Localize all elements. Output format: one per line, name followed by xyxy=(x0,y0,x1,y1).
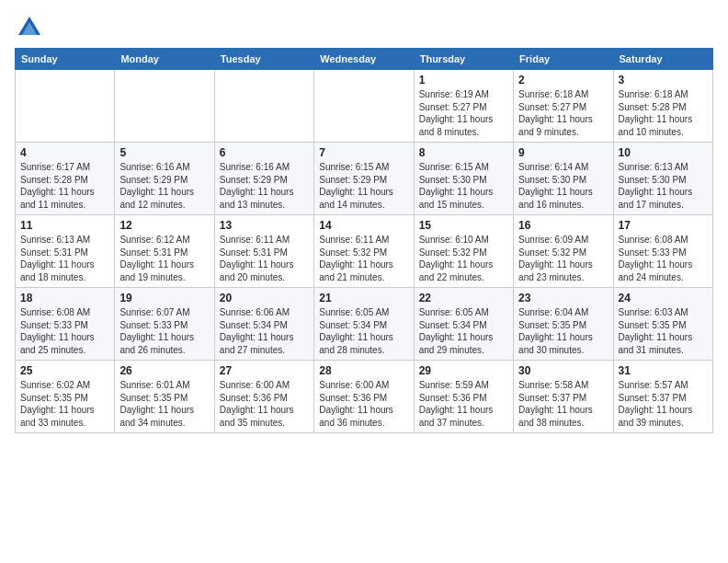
day-info: Sunrise: 6:10 AM Sunset: 5:32 PM Dayligh… xyxy=(419,234,508,283)
day-number: 8 xyxy=(419,146,508,159)
calendar-cell: 29Sunrise: 5:59 AM Sunset: 5:36 PM Dayli… xyxy=(414,361,513,433)
calendar-cell: 9Sunrise: 6:14 AM Sunset: 5:30 PM Daylig… xyxy=(514,143,613,215)
day-number: 13 xyxy=(220,219,309,232)
day-number: 19 xyxy=(119,292,209,304)
day-info: Sunrise: 6:18 AM Sunset: 5:27 PM Dayligh… xyxy=(518,88,608,138)
calendar-cell: 22Sunrise: 6:05 AM Sunset: 5:34 PM Dayli… xyxy=(414,288,513,361)
page: SundayMondayTuesdayWednesdayThursdayFrid… xyxy=(0,0,728,441)
day-number: 6 xyxy=(220,146,309,159)
day-number: 27 xyxy=(220,364,309,377)
day-info: Sunrise: 6:03 AM Sunset: 5:35 PM Dayligh… xyxy=(619,306,708,356)
calendar-cell: 1Sunrise: 6:19 AM Sunset: 5:27 PM Daylig… xyxy=(414,70,513,143)
day-info: Sunrise: 5:58 AM Sunset: 5:37 PM Dayligh… xyxy=(518,379,608,429)
calendar-cell: 17Sunrise: 6:08 AM Sunset: 5:33 PM Dayli… xyxy=(613,215,712,288)
weekday-header: SundayMondayTuesdayWednesdayThursdayFrid… xyxy=(16,49,713,70)
calendar-cell xyxy=(16,70,115,143)
weekday-header-cell: Wednesday xyxy=(314,49,414,70)
calendar-cell: 3Sunrise: 6:18 AM Sunset: 5:28 PM Daylig… xyxy=(613,70,712,143)
calendar-cell: 23Sunrise: 6:04 AM Sunset: 5:35 PM Dayli… xyxy=(514,288,613,361)
calendar-cell: 30Sunrise: 5:58 AM Sunset: 5:37 PM Dayli… xyxy=(514,361,613,433)
day-info: Sunrise: 6:00 AM Sunset: 5:36 PM Dayligh… xyxy=(220,379,309,429)
day-info: Sunrise: 6:04 AM Sunset: 5:35 PM Dayligh… xyxy=(518,306,608,356)
weekday-header-cell: Monday xyxy=(115,49,214,70)
day-info: Sunrise: 5:59 AM Sunset: 5:36 PM Dayligh… xyxy=(419,379,508,429)
day-info: Sunrise: 6:08 AM Sunset: 5:33 PM Dayligh… xyxy=(619,234,708,283)
day-info: Sunrise: 6:02 AM Sunset: 5:35 PM Dayligh… xyxy=(20,379,109,429)
day-info: Sunrise: 6:05 AM Sunset: 5:34 PM Dayligh… xyxy=(319,306,408,356)
day-number: 5 xyxy=(119,146,209,159)
calendar-table: SundayMondayTuesdayWednesdayThursdayFrid… xyxy=(15,48,713,433)
day-number: 14 xyxy=(319,219,408,232)
calendar-cell: 31Sunrise: 5:57 AM Sunset: 5:37 PM Dayli… xyxy=(613,361,712,433)
day-info: Sunrise: 6:01 AM Sunset: 5:35 PM Dayligh… xyxy=(119,379,209,429)
day-number: 17 xyxy=(619,219,708,232)
day-number: 4 xyxy=(20,146,109,159)
calendar-cell: 25Sunrise: 6:02 AM Sunset: 5:35 PM Dayli… xyxy=(16,361,115,433)
calendar-cell: 28Sunrise: 6:00 AM Sunset: 5:36 PM Dayli… xyxy=(314,361,414,433)
day-info: Sunrise: 5:57 AM Sunset: 5:37 PM Dayligh… xyxy=(619,379,708,429)
header xyxy=(15,15,713,40)
day-info: Sunrise: 6:18 AM Sunset: 5:28 PM Dayligh… xyxy=(619,88,708,138)
day-info: Sunrise: 6:14 AM Sunset: 5:30 PM Dayligh… xyxy=(518,161,608,211)
day-number: 16 xyxy=(518,219,608,232)
day-number: 11 xyxy=(20,219,109,232)
calendar-week-row: 18Sunrise: 6:08 AM Sunset: 5:33 PM Dayli… xyxy=(16,288,713,361)
calendar-cell: 6Sunrise: 6:16 AM Sunset: 5:29 PM Daylig… xyxy=(214,143,313,215)
day-info: Sunrise: 6:12 AM Sunset: 5:31 PM Dayligh… xyxy=(119,234,209,283)
day-number: 1 xyxy=(419,74,508,86)
calendar-cell: 12Sunrise: 6:12 AM Sunset: 5:31 PM Dayli… xyxy=(115,215,214,288)
logo-icon xyxy=(17,15,42,40)
day-info: Sunrise: 6:19 AM Sunset: 5:27 PM Dayligh… xyxy=(419,88,508,138)
calendar-cell: 24Sunrise: 6:03 AM Sunset: 5:35 PM Dayli… xyxy=(613,288,712,361)
day-number: 3 xyxy=(619,74,708,86)
logo-area xyxy=(15,15,42,40)
day-number: 26 xyxy=(119,364,209,377)
day-info: Sunrise: 6:08 AM Sunset: 5:33 PM Dayligh… xyxy=(20,306,109,356)
weekday-header-cell: Friday xyxy=(514,49,613,70)
day-number: 23 xyxy=(518,292,608,304)
calendar-cell: 8Sunrise: 6:15 AM Sunset: 5:30 PM Daylig… xyxy=(414,143,513,215)
calendar-cell: 14Sunrise: 6:11 AM Sunset: 5:32 PM Dayli… xyxy=(314,215,414,288)
calendar-cell: 10Sunrise: 6:13 AM Sunset: 5:30 PM Dayli… xyxy=(613,143,712,215)
calendar-cell: 19Sunrise: 6:07 AM Sunset: 5:33 PM Dayli… xyxy=(115,288,214,361)
day-number: 31 xyxy=(619,364,708,377)
calendar-body: 1Sunrise: 6:19 AM Sunset: 5:27 PM Daylig… xyxy=(16,70,713,433)
calendar-cell: 15Sunrise: 6:10 AM Sunset: 5:32 PM Dayli… xyxy=(414,215,513,288)
calendar-week-row: 4Sunrise: 6:17 AM Sunset: 5:28 PM Daylig… xyxy=(16,143,713,215)
day-number: 2 xyxy=(518,74,608,86)
day-number: 28 xyxy=(319,364,408,377)
day-info: Sunrise: 6:11 AM Sunset: 5:31 PM Dayligh… xyxy=(220,234,309,283)
day-info: Sunrise: 6:09 AM Sunset: 5:32 PM Dayligh… xyxy=(518,234,608,283)
calendar-cell: 16Sunrise: 6:09 AM Sunset: 5:32 PM Dayli… xyxy=(514,215,613,288)
day-info: Sunrise: 6:15 AM Sunset: 5:29 PM Dayligh… xyxy=(319,161,408,211)
calendar-cell: 27Sunrise: 6:00 AM Sunset: 5:36 PM Dayli… xyxy=(214,361,313,433)
day-number: 21 xyxy=(319,292,408,304)
day-number: 15 xyxy=(419,219,508,232)
day-info: Sunrise: 6:07 AM Sunset: 5:33 PM Dayligh… xyxy=(119,306,209,356)
calendar-cell: 7Sunrise: 6:15 AM Sunset: 5:29 PM Daylig… xyxy=(314,143,414,215)
day-info: Sunrise: 6:13 AM Sunset: 5:31 PM Dayligh… xyxy=(20,234,109,283)
calendar-cell: 18Sunrise: 6:08 AM Sunset: 5:33 PM Dayli… xyxy=(16,288,115,361)
day-info: Sunrise: 6:17 AM Sunset: 5:28 PM Dayligh… xyxy=(20,161,109,211)
day-info: Sunrise: 6:06 AM Sunset: 5:34 PM Dayligh… xyxy=(220,306,309,356)
day-info: Sunrise: 6:16 AM Sunset: 5:29 PM Dayligh… xyxy=(220,161,309,211)
calendar-cell: 21Sunrise: 6:05 AM Sunset: 5:34 PM Dayli… xyxy=(314,288,414,361)
day-number: 7 xyxy=(319,146,408,159)
day-number: 10 xyxy=(619,146,708,159)
weekday-header-cell: Thursday xyxy=(414,49,513,70)
calendar-cell: 11Sunrise: 6:13 AM Sunset: 5:31 PM Dayli… xyxy=(16,215,115,288)
day-number: 30 xyxy=(518,364,608,377)
calendar-week-row: 1Sunrise: 6:19 AM Sunset: 5:27 PM Daylig… xyxy=(16,70,713,143)
day-number: 25 xyxy=(20,364,109,377)
day-info: Sunrise: 6:05 AM Sunset: 5:34 PM Dayligh… xyxy=(419,306,508,356)
weekday-header-cell: Saturday xyxy=(613,49,712,70)
calendar-cell: 5Sunrise: 6:16 AM Sunset: 5:29 PM Daylig… xyxy=(115,143,214,215)
calendar-week-row: 11Sunrise: 6:13 AM Sunset: 5:31 PM Dayli… xyxy=(16,215,713,288)
calendar-cell: 4Sunrise: 6:17 AM Sunset: 5:28 PM Daylig… xyxy=(16,143,115,215)
day-info: Sunrise: 6:13 AM Sunset: 5:30 PM Dayligh… xyxy=(619,161,708,211)
day-number: 22 xyxy=(419,292,508,304)
day-number: 12 xyxy=(119,219,209,232)
day-info: Sunrise: 6:16 AM Sunset: 5:29 PM Dayligh… xyxy=(119,161,209,211)
calendar-cell: 13Sunrise: 6:11 AM Sunset: 5:31 PM Dayli… xyxy=(214,215,313,288)
day-number: 9 xyxy=(518,146,608,159)
